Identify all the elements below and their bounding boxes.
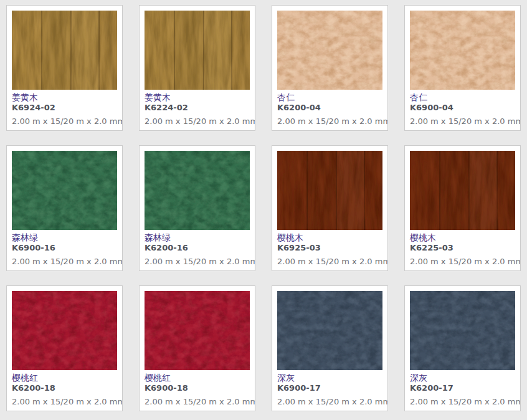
product-swatch-image bbox=[12, 11, 117, 90]
product-card[interactable]: 森林绿 K6900-16 2.00 m x 15/20 m x 2.0 mm bbox=[6, 145, 123, 271]
product-code: K6925-03 bbox=[277, 243, 382, 253]
product-name-link[interactable]: 深灰 bbox=[277, 373, 382, 383]
product-code: K6900-17 bbox=[277, 383, 382, 393]
product-swatch-image bbox=[410, 291, 515, 370]
product-name-link[interactable]: 森林绿 bbox=[12, 232, 117, 243]
product-card[interactable]: 杏仁 K6200-04 2.00 m x 15/20 m x 2.0 mm bbox=[272, 5, 388, 131]
product-dimensions: 2.00 m x 15/20 m x 2.0 mm bbox=[12, 397, 117, 407]
product-dimensions: 2.00 m x 15/20 m x 2.0 mm bbox=[145, 397, 250, 407]
product-code: K6900-04 bbox=[410, 103, 515, 113]
product-code: K6200-16 bbox=[145, 243, 250, 253]
product-name-link[interactable]: 姜黄木 bbox=[12, 92, 117, 103]
product-dimensions: 2.00 m x 15/20 m x 2.0 mm bbox=[145, 257, 250, 267]
product-code: K6900-16 bbox=[12, 243, 117, 253]
product-dimensions: 2.00 m x 15/20 m x 2.0 mm bbox=[410, 257, 515, 267]
product-grid: 姜黄木 K6924-02 2.00 m x 15/20 m x 2.0 mm 姜… bbox=[0, 0, 527, 420]
product-dimensions: 2.00 m x 15/20 m x 2.0 mm bbox=[277, 257, 382, 267]
product-card[interactable]: 樱桃红 K6200-18 2.00 m x 15/20 m x 2.0 mm bbox=[6, 285, 123, 411]
product-dimensions: 2.00 m x 15/20 m x 2.0 mm bbox=[145, 117, 250, 126]
product-swatch-image bbox=[145, 151, 250, 230]
product-card[interactable]: 杏仁 K6900-04 2.00 m x 15/20 m x 2.0 mm bbox=[404, 5, 521, 131]
product-name-link[interactable]: 樱桃红 bbox=[145, 373, 250, 383]
product-name-link[interactable]: 杏仁 bbox=[277, 92, 382, 103]
product-name-link[interactable]: 姜黄木 bbox=[145, 92, 250, 103]
product-swatch-image bbox=[12, 151, 117, 230]
product-card[interactable]: 樱桃木 K6225-03 2.00 m x 15/20 m x 2.0 mm bbox=[404, 145, 521, 271]
product-code: K6224-02 bbox=[145, 103, 250, 113]
product-card[interactable]: 樱桃红 K6900-18 2.00 m x 15/20 m x 2.0 mm bbox=[139, 285, 255, 411]
product-name-link[interactable]: 深灰 bbox=[410, 373, 515, 383]
product-swatch-image bbox=[410, 11, 515, 90]
product-swatch-image bbox=[145, 11, 250, 90]
product-code: K6900-18 bbox=[145, 383, 250, 393]
product-swatch-image bbox=[277, 11, 382, 90]
product-dimensions: 2.00 m x 15/20 m x 2.0 mm bbox=[12, 117, 117, 126]
product-card[interactable]: 樱桃木 K6925-03 2.00 m x 15/20 m x 2.0 mm bbox=[272, 145, 388, 271]
product-name-link[interactable]: 樱桃木 bbox=[410, 232, 515, 243]
product-code: K6200-04 bbox=[277, 103, 382, 113]
product-dimensions: 2.00 m x 15/20 m x 2.0 mm bbox=[277, 117, 382, 126]
product-swatch-image bbox=[12, 291, 117, 370]
product-name-link[interactable]: 森林绿 bbox=[145, 232, 250, 243]
product-card[interactable]: 姜黄木 K6224-02 2.00 m x 15/20 m x 2.0 mm bbox=[139, 5, 255, 131]
product-swatch-image bbox=[277, 151, 382, 230]
product-name-link[interactable]: 樱桃木 bbox=[277, 232, 382, 243]
product-swatch-image bbox=[145, 291, 250, 370]
product-card[interactable]: 深灰 K6200-17 2.00 m x 15/20 m x 2.0 mm bbox=[404, 285, 521, 411]
product-code: K6225-03 bbox=[410, 243, 515, 253]
product-dimensions: 2.00 m x 15/20 m x 2.0 mm bbox=[410, 397, 515, 407]
product-swatch-image bbox=[277, 291, 382, 370]
product-dimensions: 2.00 m x 15/20 m x 2.0 mm bbox=[12, 257, 117, 267]
product-card[interactable]: 姜黄木 K6924-02 2.00 m x 15/20 m x 2.0 mm bbox=[6, 5, 123, 131]
product-card[interactable]: 深灰 K6900-17 2.00 m x 15/20 m x 2.0 mm bbox=[272, 285, 388, 411]
product-code: K6200-17 bbox=[410, 383, 515, 393]
product-dimensions: 2.00 m x 15/20 m x 2.0 mm bbox=[410, 117, 515, 126]
product-card[interactable]: 森林绿 K6200-16 2.00 m x 15/20 m x 2.0 mm bbox=[139, 145, 255, 271]
product-code: K6924-02 bbox=[12, 103, 117, 113]
product-code: K6200-18 bbox=[12, 383, 117, 393]
product-swatch-image bbox=[410, 151, 515, 230]
product-dimensions: 2.00 m x 15/20 m x 2.0 mm bbox=[277, 397, 382, 407]
product-name-link[interactable]: 樱桃红 bbox=[12, 373, 117, 383]
product-name-link[interactable]: 杏仁 bbox=[410, 92, 515, 103]
